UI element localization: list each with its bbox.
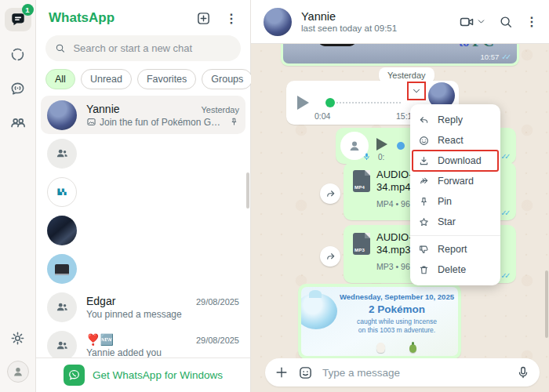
chevron-down-icon bbox=[476, 16, 486, 27]
avatar bbox=[47, 100, 77, 130]
logo-mark: ▙▚ bbox=[58, 189, 67, 195]
image-thumbnail-icon bbox=[86, 117, 96, 127]
forward-icon bbox=[325, 251, 336, 263]
pokemon-card: Wednesday, September 10, 2025 2 Pokémon … bbox=[301, 287, 458, 356]
chat-row[interactable]: ▙▚ bbox=[41, 172, 245, 211]
chat-list-panel: WhatsApp All Unread Favorites Groups bbox=[36, 0, 251, 392]
search-input[interactable] bbox=[73, 42, 231, 54]
banner-label: Get WhatsApp for Windows bbox=[93, 369, 223, 381]
message-options-highlight bbox=[409, 83, 424, 99]
voice-duration: 0: bbox=[378, 153, 384, 162]
chat-preview: You pinned a message bbox=[86, 309, 239, 320]
menu-item-report[interactable]: Report bbox=[410, 239, 500, 260]
nav-chats-button[interactable]: 1 bbox=[5, 8, 31, 31]
group-icon bbox=[54, 299, 70, 315]
chat-list-menu-icon[interactable] bbox=[225, 11, 236, 26]
trash-icon bbox=[418, 264, 430, 276]
whatsapp-window: 1 bbox=[0, 0, 549, 392]
filter-all[interactable]: All bbox=[45, 69, 75, 89]
voice-progress-track bbox=[336, 102, 401, 103]
new-chat-icon[interactable] bbox=[196, 11, 211, 26]
reply-icon bbox=[418, 114, 430, 126]
voice-progress-dot[interactable] bbox=[325, 98, 335, 107]
menu-item-forward[interactable]: Forward bbox=[410, 171, 500, 191]
mic-badge-icon bbox=[362, 152, 371, 161]
chat-rows: Yannie Yesterday Join the fun of Pokémon… bbox=[36, 94, 250, 358]
get-windows-banner[interactable]: Get WhatsApp for Windows bbox=[36, 358, 250, 392]
whatsapp-phone-glyph bbox=[67, 368, 81, 382]
chat-preview: Yannie added you bbox=[86, 347, 239, 358]
nav-channels-button[interactable] bbox=[5, 77, 31, 100]
chat-row[interactable] bbox=[41, 134, 245, 172]
app-title: WhatsApp bbox=[49, 10, 115, 26]
laptop-avatar bbox=[47, 254, 77, 284]
incense-illustration bbox=[301, 293, 337, 329]
file-icon: MP3 bbox=[353, 233, 370, 255]
menu-item-delete[interactable]: Delete bbox=[410, 260, 500, 280]
forward-quick-button[interactable] bbox=[320, 183, 340, 204]
chat-row-emoji-group[interactable]: ❣️🆕 29/08/2025 Yannie added you bbox=[41, 326, 245, 358]
conversation-scrollbar[interactable] bbox=[545, 270, 548, 338]
menu-divider bbox=[410, 235, 500, 236]
card-date: Wednesday, September 10, 2025 bbox=[336, 292, 458, 301]
profile-button[interactable] bbox=[7, 361, 29, 383]
chat-row-edgar[interactable]: Edgar 29/08/2025 You pinned a message bbox=[41, 288, 245, 326]
play-icon[interactable] bbox=[376, 138, 387, 151]
own-avatar bbox=[340, 132, 369, 160]
menu-item-reply[interactable]: Reply bbox=[410, 110, 500, 130]
chat-name: ❣️🆕 bbox=[86, 333, 114, 346]
attach-plus-icon[interactable] bbox=[274, 365, 289, 379]
menu-item-download[interactable]: Download bbox=[413, 151, 498, 171]
video-call-button[interactable] bbox=[459, 14, 486, 30]
logo-avatar: ▙▚ bbox=[47, 177, 77, 207]
settings-button[interactable] bbox=[5, 326, 31, 350]
voice-duration: 0:04 bbox=[314, 111, 330, 121]
communities-icon bbox=[9, 114, 27, 132]
laptop-shape bbox=[55, 264, 69, 274]
menu-item-star[interactable]: Star bbox=[410, 212, 500, 232]
message-input[interactable] bbox=[322, 367, 507, 379]
forward-quick-button[interactable] bbox=[320, 246, 340, 267]
filter-favorites[interactable]: Favorites bbox=[137, 69, 196, 89]
menu-item-pin[interactable]: Pin bbox=[410, 191, 500, 212]
chat-preview: Join the fun of Pokémon GO! https://p... bbox=[100, 117, 226, 128]
conversation-menu-icon[interactable] bbox=[525, 14, 536, 29]
group-icon bbox=[54, 146, 70, 162]
forward-icon bbox=[325, 188, 336, 200]
star-icon bbox=[418, 216, 430, 228]
pokemon-card-message[interactable]: Wednesday, September 10, 2025 2 Pokémon … bbox=[298, 284, 461, 359]
nav-status-button[interactable] bbox=[5, 42, 31, 66]
pinned-icon bbox=[229, 117, 239, 127]
mic-icon[interactable] bbox=[516, 365, 530, 379]
read-receipt-icon bbox=[501, 53, 511, 61]
chat-list-scrollbar[interactable] bbox=[246, 172, 249, 209]
chat-row[interactable] bbox=[41, 211, 245, 249]
message-area: to PC 10:57 Yesterday bbox=[251, 0, 549, 392]
menu-item-react[interactable]: React bbox=[410, 130, 500, 151]
message-chevron-icon[interactable] bbox=[411, 85, 422, 96]
chat-row[interactable] bbox=[41, 249, 245, 288]
search-chat-icon[interactable] bbox=[499, 15, 513, 29]
play-icon[interactable] bbox=[297, 96, 309, 110]
channels-icon bbox=[9, 81, 26, 97]
sticker-emoji-icon[interactable] bbox=[298, 365, 313, 380]
message-context-menu: Reply React Download bbox=[410, 104, 500, 285]
video-call-icon bbox=[459, 14, 474, 30]
card-count: 2 Pokémon bbox=[336, 303, 458, 315]
contact-avatar[interactable] bbox=[264, 8, 292, 36]
filter-groups[interactable]: Groups bbox=[202, 69, 253, 89]
photo-avatar bbox=[47, 216, 77, 245]
voice-progress-dot[interactable] bbox=[397, 142, 405, 150]
status-icon bbox=[9, 46, 26, 63]
message-composer[interactable] bbox=[265, 358, 540, 387]
profile-avatar-icon bbox=[11, 365, 25, 379]
search-bar[interactable] bbox=[45, 35, 241, 61]
chat-time: 29/08/2025 bbox=[196, 297, 239, 307]
message-time: 10:57 bbox=[480, 53, 499, 61]
chat-row-yannie[interactable]: Yannie Yesterday Join the fun of Pokémon… bbox=[41, 96, 245, 134]
gear-icon bbox=[9, 330, 26, 347]
filter-unread[interactable]: Unread bbox=[81, 69, 132, 89]
nav-communities-button[interactable] bbox=[5, 111, 31, 135]
group-avatar bbox=[47, 331, 77, 358]
menu-label: Download bbox=[438, 155, 482, 166]
